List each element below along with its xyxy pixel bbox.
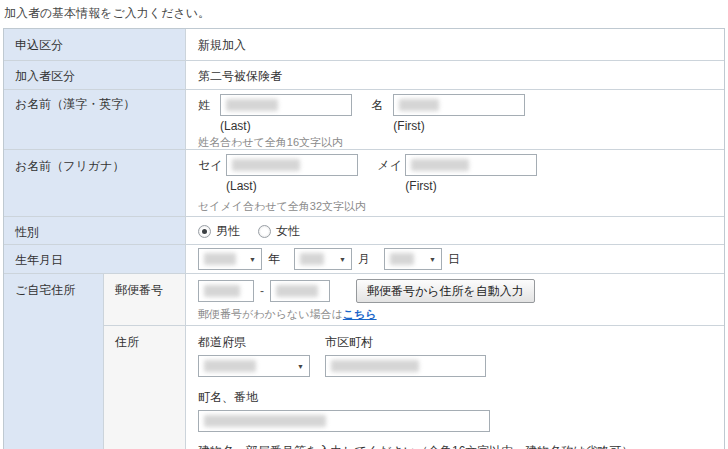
birth-year-select[interactable]: ▼	[198, 248, 262, 270]
subrow-postal-code: 郵便番号 -郵便番号から住所を自動入力 郵便番号がわからない場合はこちら	[104, 274, 724, 326]
first-name-group: 名 (First)	[371, 94, 525, 133]
redacted-value	[226, 99, 278, 111]
gender-radio-female[interactable]	[258, 225, 271, 238]
row-birthdate: 生年月日 ▼年▼月▼日	[4, 245, 724, 274]
month-suffix: 月	[358, 252, 370, 266]
row-home-address: ご自宅住所 郵便番号 -郵便番号から住所を自動入力 郵便番号がわからない場合はこ…	[4, 274, 724, 449]
postal-code-content: -郵便番号から住所を自動入力 郵便番号がわからない場合はこちら	[186, 274, 724, 325]
postal-help-note: 郵便番号がわからない場合はこちら	[198, 307, 724, 322]
postal-auto-fill-button[interactable]: 郵便番号から住所を自動入力	[356, 279, 535, 303]
last-name-group: 姓 (Last)	[198, 94, 352, 133]
redacted-value	[390, 253, 414, 265]
subrow-label-postal-code: 郵便番号	[104, 274, 186, 325]
row-member-type: 加入者区分 第二号被保険者	[4, 61, 724, 90]
postal-help-link[interactable]: こちら	[343, 308, 377, 320]
redacted-value	[331, 360, 419, 372]
redacted-value	[276, 285, 318, 297]
postal-separator: -	[260, 284, 264, 298]
row-label-home-address: ご自宅住所	[4, 274, 104, 449]
name-kana-note: セイメイ合わせて全角32文字以内	[198, 199, 724, 214]
birth-day-select[interactable]: ▼	[384, 248, 442, 270]
city-label: 市区町村	[325, 334, 486, 351]
row-name-kanji: お名前（漢字・英字） 姓 (Last) 名 (First) 姓名合わせて全角16…	[4, 90, 724, 150]
dropdown-arrow-icon: ▼	[429, 256, 436, 263]
gender-female-label: 女性	[276, 224, 300, 238]
first-name-kana-label: メイ	[377, 157, 405, 174]
subrow-label-address: 住所	[104, 326, 186, 449]
day-suffix: 日	[448, 252, 460, 266]
gender-content: 男性女性	[186, 217, 724, 244]
town-input[interactable]	[198, 410, 490, 432]
redacted-value	[232, 159, 300, 171]
prefecture-label: 都道府県	[198, 334, 310, 351]
redacted-value	[204, 253, 236, 265]
name-kanji-note: 姓名合わせて全角16文字以内	[198, 135, 724, 150]
dropdown-arrow-icon: ▼	[249, 256, 256, 263]
gender-male-label: 男性	[216, 224, 240, 238]
name-kana-content: セイ (Last) メイ (First) セイメイ合わせて全角32文字以内	[186, 150, 724, 216]
subrow-address: 住所 都道府県 ▼ 市区町村 町名、番地 建物名、部屋番号	[104, 326, 724, 449]
row-label-gender: 性別	[4, 217, 186, 244]
first-name-kana-caption: (First)	[405, 179, 537, 193]
year-suffix: 年	[268, 252, 280, 266]
prefecture-group: 都道府県 ▼	[198, 334, 310, 377]
row-label-name-kanji: お名前（漢字・英字）	[4, 90, 186, 149]
member-info-form-table: 申込区分 新規加入 加入者区分 第二号被保険者 お名前（漢字・英字） 姓 (La…	[3, 28, 725, 449]
first-name-kana-group: メイ (First)	[377, 154, 537, 193]
row-gender: 性別 男性女性	[4, 217, 724, 245]
row-label-birthdate: 生年月日	[4, 245, 186, 273]
last-name-input[interactable]	[220, 94, 352, 116]
first-name-input[interactable]	[393, 94, 525, 116]
name-kanji-content: 姓 (Last) 名 (First) 姓名合わせて全角16文字以内	[186, 90, 724, 149]
building-note: 建物名、部屋番号等を入力してください（全角16文字以内・建物名称は省略可）	[198, 443, 724, 449]
last-name-kana-caption: (Last)	[226, 179, 358, 193]
first-name-label: 名	[371, 97, 393, 114]
redacted-value	[204, 285, 240, 297]
row-label-name-kana: お名前（フリガナ）	[4, 150, 186, 216]
redacted-value	[204, 360, 256, 372]
last-name-kana-group: セイ (Last)	[198, 154, 358, 193]
last-name-label: 姓	[198, 97, 220, 114]
birthdate-content: ▼年▼月▼日	[186, 245, 724, 273]
row-application-type: 申込区分 新規加入	[4, 29, 724, 61]
member-type-value: 第二号被保険者	[186, 61, 724, 89]
first-name-caption: (First)	[393, 119, 525, 133]
redacted-value	[411, 159, 469, 171]
last-name-kana-label: セイ	[198, 157, 226, 174]
row-label-member-type: 加入者区分	[4, 61, 186, 89]
birth-month-select[interactable]: ▼	[294, 248, 352, 270]
home-address-subrows: 郵便番号 -郵便番号から住所を自動入力 郵便番号がわからない場合はこちら 住所	[104, 274, 724, 449]
dropdown-arrow-icon: ▼	[339, 256, 346, 263]
last-name-kana-input[interactable]	[226, 154, 358, 176]
postal-code-input-1[interactable]	[198, 280, 254, 302]
gender-radio-male[interactable]	[198, 225, 211, 238]
city-group: 市区町村	[325, 334, 486, 377]
application-type-value: 新規加入	[186, 29, 724, 60]
postal-code-input-2[interactable]	[270, 280, 330, 302]
redacted-value	[399, 99, 439, 111]
prefecture-select[interactable]: ▼	[198, 355, 310, 377]
redacted-value	[300, 253, 324, 265]
redacted-value	[204, 415, 326, 427]
postal-help-text: 郵便番号がわからない場合は	[198, 308, 343, 320]
first-name-kana-input[interactable]	[405, 154, 537, 176]
page-title: 加入者の基本情報をご入力ください。	[0, 0, 728, 28]
row-label-application-type: 申込区分	[4, 29, 186, 60]
dropdown-arrow-icon: ▼	[297, 363, 304, 370]
city-input[interactable]	[325, 355, 486, 377]
row-name-kana: お名前（フリガナ） セイ (Last) メイ (First) セイメイ合わせて全…	[4, 150, 724, 217]
address-content: 都道府県 ▼ 市区町村 町名、番地 建物名、部屋番号等を入力してください（全角1…	[186, 326, 724, 449]
town-label: 町名、番地	[198, 389, 724, 406]
last-name-caption: (Last)	[220, 119, 352, 133]
